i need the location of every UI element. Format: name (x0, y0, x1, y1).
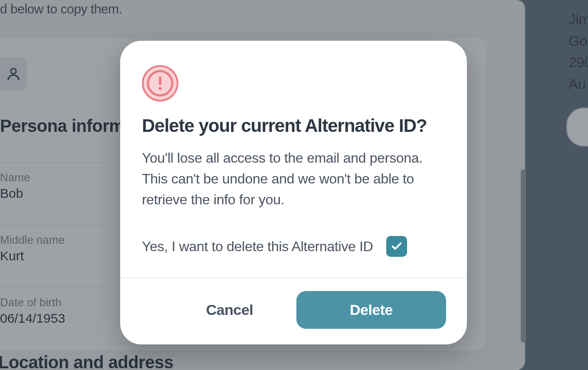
check-icon (391, 240, 403, 252)
delete-button[interactable]: Delete (296, 291, 446, 329)
confirm-row: Yes, I want to delete this Alternative I… (142, 236, 445, 257)
confirm-label: Yes, I want to delete this Alternative I… (142, 239, 373, 255)
modal-title: Delete your current Alternative ID? (142, 115, 445, 136)
cancel-button[interactable]: Cancel (173, 291, 286, 329)
warning-icon (142, 65, 178, 102)
modal-description: You'll lose all access to the email and … (142, 147, 445, 210)
confirm-checkbox[interactable] (386, 236, 407, 257)
modal-body: Delete your current Alternative ID? You'… (120, 41, 467, 278)
svg-rect-3 (159, 76, 161, 85)
svg-point-4 (159, 87, 162, 90)
delete-confirmation-modal: Delete your current Alternative ID? You'… (120, 41, 467, 344)
modal-footer: Cancel Delete (120, 278, 467, 344)
